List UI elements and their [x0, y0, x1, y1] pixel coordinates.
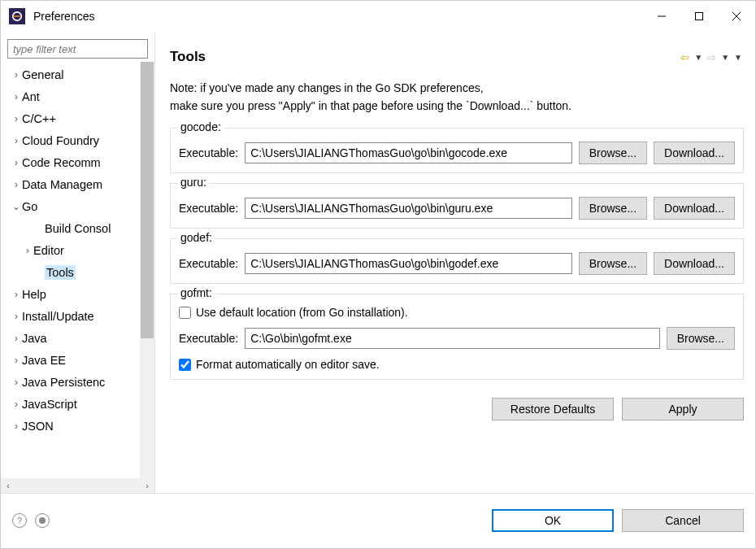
filter-input[interactable] — [7, 39, 148, 59]
tree-item-editor[interactable]: ›Editor — [1, 239, 138, 261]
apply-button[interactable]: Apply — [622, 398, 744, 420]
tree-item-code-recomm[interactable]: ›Code Recomm — [1, 151, 138, 173]
tree-item-javascript[interactable]: ›JavaScript — [1, 393, 138, 415]
gofmt-use-default-checkbox[interactable] — [179, 307, 191, 319]
group-title-gofmt: gofmt: — [177, 286, 215, 299]
maximize-button[interactable] — [680, 1, 718, 32]
executable-label: Executable: — [179, 257, 238, 270]
group-godef: godef: Executable: Browse... Download... — [170, 238, 744, 284]
group-title-godef: godef: — [177, 231, 215, 244]
main-panel: Tools ⇦ ▼ ⇨ ▼ ▼ Note: if you've made any… — [155, 33, 755, 493]
tree-item-build-console[interactable]: ›Build Consol — [1, 217, 138, 239]
tree-item-cpp[interactable]: ›C/C++ — [1, 107, 138, 129]
godef-browse-button[interactable]: Browse... — [579, 252, 647, 275]
nav-menu-icon[interactable]: ▼ — [732, 53, 744, 62]
executable-label: Executable: — [179, 146, 238, 159]
tree-item-install-update[interactable]: ›Install/Update — [1, 305, 138, 327]
nav-forward-menu-icon[interactable]: ▼ — [719, 53, 731, 62]
tree-item-help[interactable]: ›Help — [1, 283, 138, 305]
header-nav: ⇦ ▼ ⇨ ▼ ▼ — [679, 51, 744, 63]
nav-back-menu-icon[interactable]: ▼ — [693, 53, 704, 62]
eclipse-icon — [9, 8, 25, 24]
tree-item-tools[interactable]: ›Tools — [1, 261, 138, 283]
preferences-tree[interactable]: ›General ›Ant ›C/C++ ›Cloud Foundry ›Cod… — [1, 62, 154, 478]
gofmt-format-on-save-label: Format automatically on editor save. — [196, 358, 380, 371]
nav-forward-icon[interactable]: ⇨ — [706, 51, 718, 63]
window-title: Preferences — [33, 10, 94, 23]
nav-back-icon[interactable]: ⇦ — [679, 51, 691, 63]
chevron-down-icon: ⌄ — [11, 201, 22, 212]
import-export-icon[interactable] — [35, 513, 50, 528]
scroll-right-arrow-icon[interactable]: › — [140, 478, 154, 493]
tree-item-go[interactable]: ⌄Go — [1, 195, 138, 217]
tree-item-data-mgmt[interactable]: ›Data Managem — [1, 173, 138, 195]
note-text: Note: if you've made any changes in the … — [170, 80, 744, 115]
minimize-button[interactable] — [643, 1, 680, 32]
godef-download-button[interactable]: Download... — [654, 252, 735, 275]
tree-item-ant[interactable]: ›Ant — [1, 85, 138, 107]
group-title-guru: guru: — [177, 176, 210, 189]
guru-path-input[interactable] — [245, 198, 572, 219]
godef-path-input[interactable] — [245, 253, 572, 274]
gofmt-path-input[interactable] — [245, 328, 659, 349]
tree-item-general[interactable]: ›General — [1, 63, 138, 85]
tree-item-java[interactable]: ›Java — [1, 327, 138, 349]
scroll-left-arrow-icon[interactable]: ‹ — [1, 478, 15, 493]
guru-download-button[interactable]: Download... — [654, 197, 735, 220]
executable-label: Executable: — [179, 202, 238, 215]
close-button[interactable] — [718, 1, 755, 32]
page-title: Tools — [170, 49, 206, 65]
dialog-footer: ? OK Cancel — [1, 493, 755, 547]
tree-item-java-persist[interactable]: ›Java Persistenc — [1, 371, 138, 393]
horizontal-scrollbar[interactable]: ‹ › — [1, 478, 154, 493]
tree-item-json[interactable]: ›JSON — [1, 415, 138, 437]
help-icon[interactable]: ? — [12, 513, 27, 528]
scrollbar-thumb[interactable] — [141, 62, 154, 338]
gofmt-format-on-save-checkbox[interactable] — [179, 359, 191, 371]
cancel-button[interactable]: Cancel — [622, 509, 744, 532]
preferences-sidebar: ›General ›Ant ›C/C++ ›Cloud Foundry ›Cod… — [1, 33, 155, 493]
ok-button[interactable]: OK — [492, 509, 614, 532]
executable-label: Executable: — [179, 332, 238, 345]
group-gofmt: gofmt: Use default location (from Go ins… — [170, 294, 744, 380]
gofmt-use-default-label: Use default location (from Go installati… — [196, 306, 408, 319]
guru-browse-button[interactable]: Browse... — [579, 197, 647, 220]
gocode-browse-button[interactable]: Browse... — [579, 142, 647, 164]
gofmt-browse-button[interactable]: Browse... — [667, 327, 735, 350]
tree-item-java-ee[interactable]: ›Java EE — [1, 349, 138, 371]
group-gocode: gocode: Executable: Browse... Download..… — [170, 128, 744, 173]
gocode-path-input[interactable] — [245, 142, 572, 163]
tree-scrollbar[interactable] — [140, 62, 154, 478]
tree-item-cloud-foundry[interactable]: ›Cloud Foundry — [1, 129, 138, 151]
svg-rect-3 — [696, 13, 703, 20]
group-guru: guru: Executable: Browse... Download... — [170, 183, 744, 229]
gocode-download-button[interactable]: Download... — [654, 142, 735, 164]
restore-defaults-button[interactable]: Restore Defaults — [492, 398, 614, 420]
group-title-gocode: gocode: — [177, 120, 224, 133]
title-bar: Preferences — [1, 1, 755, 32]
